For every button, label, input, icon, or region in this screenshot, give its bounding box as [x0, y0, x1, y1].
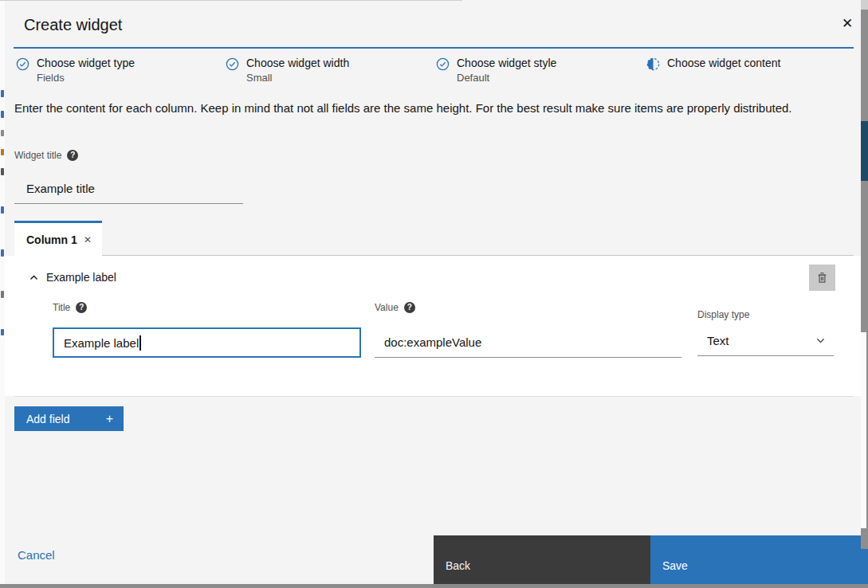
help-icon[interactable]: ?: [67, 150, 78, 161]
title-label: Title ?: [53, 302, 87, 313]
page-behind-fragment: [1, 168, 4, 175]
value-label: Value ?: [375, 302, 415, 313]
progress-step-widget-width[interactable]: Choose widget width Small: [226, 57, 433, 84]
save-button[interactable]: Save: [650, 535, 861, 584]
step-current-icon: [646, 57, 660, 71]
page-behind-right-strip: [861, 0, 868, 584]
step-complete-icon: [436, 57, 450, 71]
tab-column-1[interactable]: Column 1 ✕: [14, 221, 102, 256]
display-type-select[interactable]: Text: [697, 326, 834, 356]
panel-bottom-rule: [14, 396, 854, 397]
page-behind-fragment: [1, 329, 4, 335]
window-top-edge: [0, 0, 462, 1]
chevron-up-icon: [29, 272, 39, 283]
tab-label: Column 1: [26, 233, 81, 246]
cancel-button[interactable]: Cancel: [18, 548, 55, 562]
progress-step-widget-style[interactable]: Choose widget style Default: [436, 57, 643, 84]
step-description: Enter the content for each column. Keep …: [14, 99, 848, 118]
add-field-button[interactable]: Add field +: [14, 406, 124, 431]
page-behind-fragment: [1, 291, 4, 298]
progress-step-widget-content[interactable]: Choose widget content: [646, 57, 854, 72]
display-type-label: Display type: [697, 309, 749, 320]
accordion-label[interactable]: Example label: [46, 271, 116, 284]
page-behind-fragment: [1, 130, 4, 136]
step-complete-icon: [226, 57, 239, 71]
page-behind-fragment: [1, 206, 4, 214]
delete-field-button[interactable]: [809, 265, 835, 291]
step-label: Choose widget width: [246, 57, 349, 69]
step-label: Choose widget style: [457, 57, 556, 69]
widget-title-label: Widget title ?: [14, 150, 78, 161]
window-bottom-edge: [0, 584, 868, 588]
title-input[interactable]: Example label: [53, 327, 361, 358]
text-cursor: [139, 335, 141, 351]
chevron-down-icon: [815, 335, 826, 346]
progress-step-widget-type[interactable]: Choose widget type Fields: [16, 57, 223, 84]
page-behind-fragment: [1, 249, 4, 257]
value-input[interactable]: doc:exampleValue: [375, 327, 681, 358]
display-type-value: Text: [707, 334, 729, 347]
back-button[interactable]: Back: [434, 535, 650, 584]
value-input-value: doc:exampleValue: [384, 335, 481, 349]
step-label: Choose widget content: [667, 57, 780, 69]
step-label: Choose widget type: [37, 57, 135, 69]
step-sublabel: Default: [457, 72, 556, 84]
step-complete-icon: [16, 57, 29, 71]
modal-title: Create widget: [24, 16, 122, 34]
step-sublabel: Fields: [37, 72, 135, 84]
widget-title-value: Example title: [26, 182, 95, 195]
header-accent-rule: [14, 47, 854, 49]
help-icon[interactable]: ?: [76, 302, 87, 313]
title-input-value: Example label: [64, 336, 139, 350]
close-button[interactable]: ✕: [834, 10, 861, 37]
widget-title-input[interactable]: Example title: [14, 173, 243, 204]
tab-close-icon[interactable]: ✕: [81, 233, 94, 247]
help-icon[interactable]: ?: [404, 302, 415, 313]
close-icon: ✕: [842, 15, 853, 32]
page-behind-fragment: [1, 111, 4, 118]
page-behind-fragment: [1, 90, 4, 97]
accordion-collapse-button[interactable]: [24, 268, 43, 287]
trash-icon: [815, 271, 829, 284]
step-sublabel: Small: [246, 72, 349, 84]
page-behind-fragment: [1, 149, 4, 155]
create-widget-modal: Create widget ✕ Choose widget type Field…: [0, 0, 868, 588]
plus-icon: +: [106, 413, 113, 425]
